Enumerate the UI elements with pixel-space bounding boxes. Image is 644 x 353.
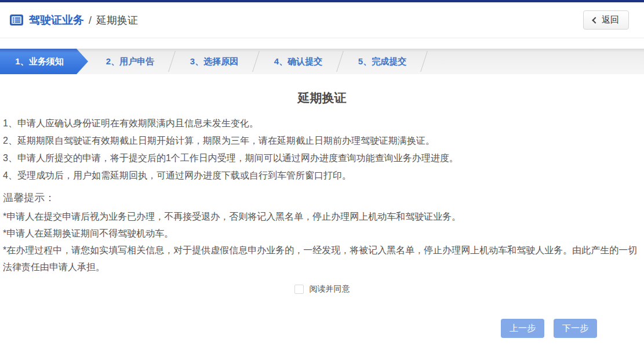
agree-row: 阅读并同意 [0,284,644,294]
tips-title: 温馨提示： [0,188,644,207]
breadcrumb-section[interactable]: 驾驶证业务 [29,14,84,26]
tip-line-3: *在办理过程中，请您如实填写相关信息，对于提供虚假信息申办业务的，一经发现，将被… [0,242,644,275]
notice-line-2: 2、延期期限自驾驶证有效期截止日期开始计算，期限为三年，请在延期截止日期前办理驾… [0,132,644,150]
step-tabs: 1、业务须知 2、用户申告 3、选择原因 4、确认提交 5、完成提交 [0,49,644,74]
tip-line-2: *申请人在延期换证期间不得驾驶机动车。 [0,225,644,242]
step-tab-label: 2、用户申告 [106,56,154,66]
steps-filler [424,49,644,74]
next-step-button[interactable]: 下一步 [554,319,597,338]
step-tab-3-select-reason[interactable]: 3、选择原因 [172,49,256,74]
step-tab-label: 3、选择原因 [190,56,238,66]
step-tab-label: 5、完成提交 [358,56,406,66]
step-tab-label: 4、确认提交 [274,56,322,66]
step-tab-5-complete-submit[interactable]: 5、完成提交 [340,49,424,74]
list-icon [9,13,24,27]
agree-checkbox[interactable] [294,285,304,294]
notice-line-1: 1、申请人应确认身份证明在有效期限满内且信息未发生变化。 [0,115,644,132]
page-header: 驾驶证业务/延期换证 返回 [0,2,644,38]
breadcrumb-separator: / [89,14,92,26]
step-tab-2-user-declaration[interactable]: 2、用户申告 [88,49,172,74]
footer-actions: 上一步 下一步 [0,319,644,338]
tip-line-1: *申请人在提交申请后视为业务已办理，不再接受退办，否则将记入黑名单，停止办理网上… [0,208,644,225]
step-tab-label: 1、业务须知 [15,56,63,66]
page-title: 延期换证 [0,90,644,106]
prev-step-button[interactable]: 上一步 [501,319,544,338]
chevron-left-icon [592,17,598,23]
main-content: 延期换证 1、申请人应确认身份证明在有效期限满内且信息未发生变化。 2、延期期限… [0,90,644,338]
step-tab-4-confirm-submit[interactable]: 4、确认提交 [256,49,340,74]
breadcrumb-current: 延期换证 [96,14,138,26]
notice-line-3: 3、申请人所提交的申请，将于提交后的1个工作日内受理，期间可以通过网办进度查询功… [0,150,644,167]
agree-label[interactable]: 阅读并同意 [310,284,350,294]
back-button[interactable]: 返回 [583,10,629,30]
notice-line-4: 4、受理成功后，用户如需延期回执，可通过网办进度下载或自行到车管所窗口打印。 [0,167,644,184]
step-tab-1-business-notice[interactable]: 1、业务须知 [0,49,88,74]
breadcrumb: 驾驶证业务/延期换证 [29,13,138,28]
back-button-label: 返回 [602,14,619,26]
